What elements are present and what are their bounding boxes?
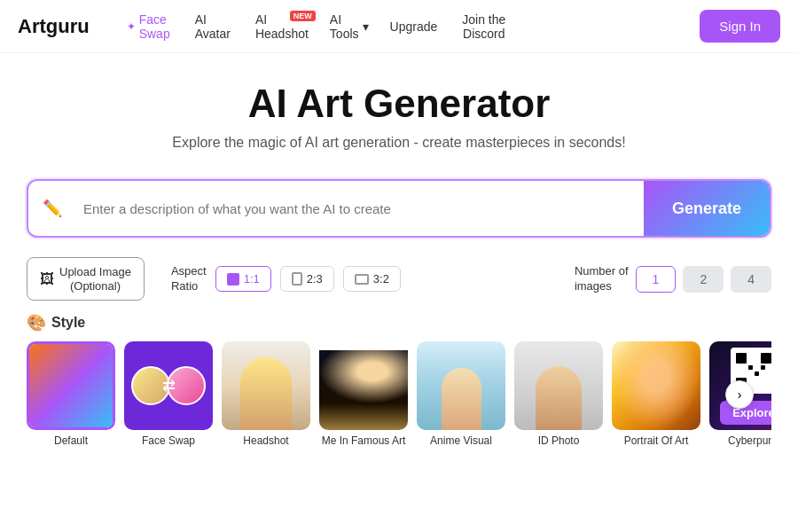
prompt-section: ✏️ Generate xyxy=(0,168,798,248)
num-images-group: Number ofimages 1 2 4 xyxy=(575,264,771,294)
upload-text: Upload Image (Optional) xyxy=(59,265,131,293)
upload-image-button[interactable]: 🖼 Upload Image (Optional) xyxy=(27,257,145,301)
anime-figure xyxy=(442,368,481,430)
num-4-button[interactable]: 4 xyxy=(731,266,771,293)
hero-section: AI Art Generator Explore the magic of AI… xyxy=(0,53,798,168)
nav-right: Sign In xyxy=(700,10,780,43)
style-card-faceswap[interactable]: ⇄ Face Swap xyxy=(124,341,213,447)
style-thumb-portrait xyxy=(612,341,700,430)
num-1-button[interactable]: 1 xyxy=(636,266,677,293)
nav-aitools-label: AITools xyxy=(330,12,359,41)
style-section: 🎨 Style Default ⇄ Face xyxy=(0,309,798,450)
nav-item-faceswap[interactable]: ✦ FaceSwap xyxy=(116,7,181,46)
prompt-box: ✏️ Generate xyxy=(27,179,771,238)
aspect-ratio-group: AspectRatio 1:1 2:3 3:2 xyxy=(171,264,401,294)
landscape-ratio-icon xyxy=(355,274,369,285)
style-label-headshot: Headshot xyxy=(222,434,310,447)
portrait-bg xyxy=(612,341,700,430)
qr-d1 xyxy=(748,365,753,370)
pencil-icon: ✏️ xyxy=(28,181,69,236)
nav-avatar-label: AIAvatar xyxy=(195,12,231,41)
hero-title: AI Art Generator xyxy=(18,82,780,126)
style-carousel-wrapper: Default ⇄ Face Swap xyxy=(27,341,771,447)
style-card-portrait[interactable]: Portrait Of Art xyxy=(612,341,700,447)
style-label-portrait: Portrait Of Art xyxy=(612,434,700,447)
nav-item-aitools[interactable]: AITools ▾ xyxy=(323,7,376,46)
style-label-idphoto: ID Photo xyxy=(514,434,603,447)
style-header: 🎨 Style xyxy=(27,313,771,332)
default-gradient-bg xyxy=(29,344,113,427)
famous-bg xyxy=(319,350,408,430)
upload-icon: 🖼 xyxy=(40,271,54,287)
prompt-input[interactable] xyxy=(69,181,644,236)
style-icon: 🎨 xyxy=(27,313,46,332)
qr-tl xyxy=(736,353,747,364)
style-title: Style xyxy=(51,315,85,331)
square-icon xyxy=(227,273,239,286)
qr-tr xyxy=(761,353,771,364)
aspect-1-1-button[interactable]: 1:1 xyxy=(215,266,271,292)
logo[interactable]: Artguru xyxy=(18,15,90,38)
aspect-2-3-button[interactable]: 2:3 xyxy=(280,266,334,292)
style-label-faceswap: Face Swap xyxy=(124,434,213,447)
chevron-down-icon: ▾ xyxy=(363,20,369,34)
faceswap-inner: ⇄ xyxy=(124,341,213,430)
style-thumb-famous xyxy=(319,341,408,430)
nav-item-discord[interactable]: Join the Discord xyxy=(451,7,516,46)
style-thumb-default xyxy=(27,341,115,430)
nav-items: ✦ FaceSwap AIAvatar NEW AIHeadshot AIToo… xyxy=(116,7,700,46)
style-card-anime[interactable]: Anime Visual xyxy=(417,341,505,447)
qr-d2 xyxy=(755,372,759,376)
nav-item-headshot[interactable]: NEW AIHeadshot xyxy=(245,7,319,46)
portrait-glow xyxy=(612,341,700,430)
style-thumb-anime xyxy=(417,341,505,430)
aspect-3-2-button[interactable]: 3:2 xyxy=(343,266,401,292)
upload-line1: Upload Image xyxy=(59,265,131,278)
famous-face-glow xyxy=(319,350,408,403)
qr-d3 xyxy=(761,365,765,370)
style-thumb-faceswap: ⇄ xyxy=(124,341,213,430)
upload-line2: (Optional) xyxy=(70,279,121,293)
carousel-next-button[interactable]: › xyxy=(725,380,754,409)
style-label-default: Default xyxy=(27,434,115,447)
num-images-label: Number ofimages xyxy=(575,264,629,294)
style-card-famous[interactable]: Me In Famous Art xyxy=(319,341,408,447)
anime-bg xyxy=(417,341,505,430)
discord-line1: Join the xyxy=(462,12,505,27)
aspect-ratio-label: AspectRatio xyxy=(171,264,207,294)
nav-item-upgrade[interactable]: Upgrade xyxy=(379,14,449,39)
options-row: 🖼 Upload Image (Optional) AspectRatio 1:… xyxy=(0,248,798,309)
sparkle-icon: ✦ xyxy=(127,20,136,33)
swap-arrows-icon: ⇄ xyxy=(162,376,176,395)
discord-line2: Discord xyxy=(463,27,505,41)
nav-item-avatar[interactable]: AIAvatar xyxy=(184,7,241,46)
portrait-ratio-icon xyxy=(292,272,302,286)
new-badge: NEW xyxy=(290,11,316,21)
generate-button[interactable]: Generate xyxy=(644,181,770,236)
style-card-idphoto[interactable]: ID Photo xyxy=(514,341,603,447)
idphoto-silhouette xyxy=(536,366,582,430)
hero-subtitle: Explore the magic of AI art generation -… xyxy=(18,135,780,151)
headshot-silhouette xyxy=(240,357,292,430)
style-label-cyberpunk: Cyberpunk xyxy=(709,434,771,447)
style-thumb-headshot xyxy=(222,341,310,430)
style-label-anime: Anime Visual xyxy=(417,434,505,447)
style-card-headshot[interactable]: Headshot xyxy=(222,341,310,447)
style-label-famous: Me In Famous Art xyxy=(319,434,408,447)
navbar: Artguru ✦ FaceSwap AIAvatar NEW AIHeadsh… xyxy=(0,0,798,53)
num-2-button[interactable]: 2 xyxy=(683,266,724,293)
headshot-bg xyxy=(222,341,310,430)
sign-in-button[interactable]: Sign In xyxy=(700,10,780,43)
nav-upgrade-label: Upgrade xyxy=(390,20,438,34)
idphoto-bg xyxy=(514,341,603,430)
style-thumb-idphoto xyxy=(514,341,603,430)
style-card-default[interactable]: Default xyxy=(27,341,115,447)
style-grid: Default ⇄ Face Swap xyxy=(27,341,771,447)
nav-faceswap-label: FaceSwap xyxy=(139,12,170,41)
